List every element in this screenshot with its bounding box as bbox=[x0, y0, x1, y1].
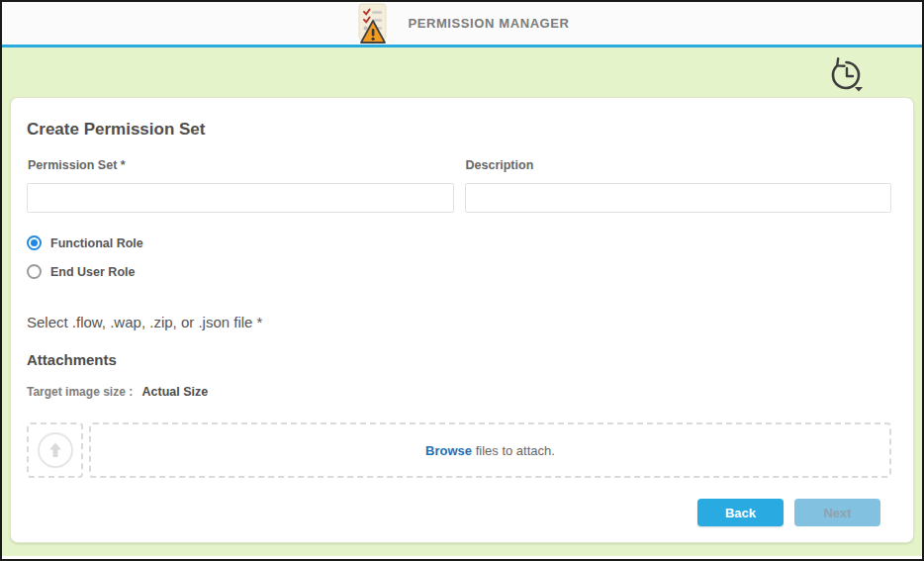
radio-circle-icon[interactable] bbox=[27, 235, 42, 250]
main-area: Create Permission Set Permission Set * D… bbox=[2, 47, 922, 556]
description-field-group: Description bbox=[465, 158, 892, 213]
file-type-prompt: Select .flow, .wap, .zip, or .json file … bbox=[27, 314, 891, 330]
next-button[interactable]: Next bbox=[794, 499, 880, 526]
back-button[interactable]: Back bbox=[697, 499, 784, 526]
page-title: Create Permission Set bbox=[27, 120, 891, 140]
form-field-row: Permission Set * Description bbox=[27, 158, 891, 213]
description-label: Description bbox=[466, 158, 892, 172]
browse-files-link[interactable]: Browse bbox=[425, 443, 472, 458]
permission-set-field-group: Permission Set * bbox=[27, 158, 454, 213]
create-permission-set-card: Create Permission Set Permission Set * D… bbox=[10, 97, 914, 543]
radio-end-user-role-label: End User Role bbox=[50, 265, 135, 279]
history-restore-icon bbox=[825, 54, 867, 94]
file-dropzone[interactable]: Browse files to attach. bbox=[89, 422, 891, 478]
target-image-size-line: Target image size : Actual Size bbox=[27, 385, 891, 399]
radio-functional-role-label: Functional Role bbox=[50, 236, 143, 250]
radio-circle-icon[interactable] bbox=[27, 264, 42, 279]
browse-suffix-text: files to attach. bbox=[472, 443, 555, 458]
app-title: PERMISSION MANAGER bbox=[408, 16, 569, 31]
history-restore-button[interactable] bbox=[825, 54, 867, 94]
upload-icon-box[interactable] bbox=[27, 422, 83, 478]
permission-set-label: Permission Set * bbox=[28, 158, 454, 172]
attachments-heading: Attachments bbox=[27, 351, 891, 368]
radio-functional-role[interactable]: Functional Role bbox=[27, 234, 891, 252]
upload-arrow-icon bbox=[38, 432, 73, 468]
role-radio-group: Functional Role End User Role bbox=[27, 234, 891, 281]
app-header: PERMISSION MANAGER bbox=[2, 2, 922, 47]
footer-button-row: Back Next bbox=[27, 499, 880, 526]
description-input[interactable] bbox=[465, 183, 892, 213]
permission-checklist-warning-icon bbox=[354, 3, 394, 47]
target-size-label: Target image size : bbox=[27, 385, 133, 399]
attachment-upload-row: Browse files to attach. bbox=[27, 422, 891, 478]
target-size-value: Actual Size bbox=[142, 385, 209, 399]
permission-set-input[interactable] bbox=[27, 183, 454, 213]
radio-end-user-role[interactable]: End User Role bbox=[27, 262, 891, 281]
